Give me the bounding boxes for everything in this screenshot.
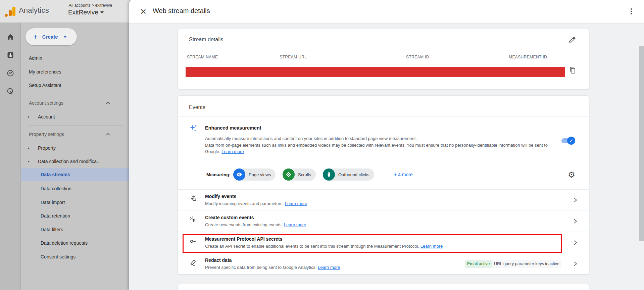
redact-data-icon [189,258,197,267]
divider [178,50,589,50]
sidebar-section-property-settings[interactable]: Property settings [21,129,131,140]
app-header: Analytics All accounts > exitrevive Exit… [0,0,131,23]
analytics-logo-icon [5,6,16,17]
reports-icon[interactable] [6,51,14,59]
enhanced-measurement-title: Enhanced measurement [205,125,261,131]
home-icon[interactable] [6,33,14,41]
sidebar-item-data-collection-modification[interactable]: ▾Data collection and modifica... [21,156,131,167]
row-title-create-custom-events[interactable]: Create custom events [205,215,254,220]
breadcrumb: All accounts > exitrevive [69,3,112,8]
learn-more-link[interactable]: Learn more [221,149,244,154]
card-title: Stream details [189,37,223,43]
column-header-stream-name: STREAM NAME [187,55,218,59]
scrollbar[interactable] [639,46,644,241]
card-title: Events [189,104,205,110]
triangle-right-icon: ▸ [28,111,30,123]
chevron-down-icon [63,36,67,38]
description-line1: Automatically measure interactions and c… [205,135,563,142]
api-secrets-key-icon [189,237,197,245]
row-title-modify-events[interactable]: Modify events [205,194,236,199]
label: Data collection and modifica... [38,159,101,164]
more-options-icon[interactable] [627,7,635,17]
triangle-right-icon: ▸ [28,142,30,154]
chip-scrolls[interactable]: Scrolls [283,168,316,181]
account-switcher[interactable]: ExitRevive [68,9,104,16]
description-line2: Data from on-page elements such as links… [205,142,563,155]
close-icon[interactable]: ✕ [139,7,148,17]
label: Admin [29,55,42,61]
status-badge-url-query-inactive: URL query parameter keys inactive [492,260,561,268]
sidebar-item-property[interactable]: ▸Property [21,142,131,154]
column-header-stream-id: STREAM ID [406,55,429,59]
edit-pencil-icon[interactable] [568,36,576,44]
more-chips-link[interactable]: + 4 more [394,172,413,177]
row-title-measurement-protocol-api-secrets[interactable]: Measurement Protocol API secrets [205,236,283,242]
sidebar-item-consent-settings[interactable]: Consent settings [21,251,131,262]
sidebar-item-data-collection[interactable]: Data collection [21,183,131,194]
enhanced-measurement-description: Automatically measure interactions and c… [205,135,563,155]
nav-rail: ⚙ [0,23,21,290]
enhanced-measurement-toggle[interactable]: ✓ [561,138,574,143]
sidebar-item-account[interactable]: ▸Account [21,111,131,123]
brand-name: Analytics [19,6,49,15]
mouse-icon [323,168,335,181]
learn-more-link[interactable]: Learn more [420,244,443,249]
label: Data streams [41,172,70,177]
divider [205,165,581,165]
learn-more-link[interactable]: Learn more [318,265,340,270]
copy-icon[interactable] [568,66,577,74]
label: Account [38,114,55,119]
row-desc: Prevent specific data from being sent to… [205,265,340,270]
divider [29,270,123,270]
divider [178,210,589,210]
sidebar-item-data-retention[interactable]: Data retention [21,210,131,222]
scroll-diamond-icon [283,168,295,181]
divider [29,126,123,126]
label: Setup Assistant [29,83,61,88]
gear-icon[interactable]: ⚙ [567,171,576,179]
chevron-down-icon [100,11,104,13]
label: Property settings [29,132,64,137]
create-button[interactable]: + Create [26,28,77,45]
chevron-right-icon[interactable] [573,219,578,224]
status-badge-email-active: Email active [465,260,492,268]
learn-more-link[interactable]: Learn more [285,201,307,206]
label: Account settings [29,100,63,106]
measuring-label: Measuring: [206,172,231,177]
enhanced-measurement-sparkle-icon [189,124,198,133]
create-custom-events-icon [189,216,197,224]
sidebar-item-data-import[interactable]: Data import [21,197,131,208]
chevron-right-icon[interactable] [573,240,578,245]
label: Data filters [41,227,63,232]
label: Data collection [41,186,71,191]
sidebar-item-admin[interactable]: Admin [21,52,131,64]
chip-page-views[interactable]: Page views [233,168,276,181]
create-label: Create [42,34,58,40]
chevron-up-icon [106,133,110,136]
desc-text: Create new events from existing events. [205,222,283,227]
google-tag-card-partial: Google tag [178,284,589,290]
sidebar-item-data-deletion-requests[interactable]: Data deletion requests [21,237,131,249]
chevron-right-icon[interactable] [573,261,578,267]
explore-icon[interactable] [6,69,14,77]
row-title-redact-data[interactable]: Redact data [205,257,232,263]
sidebar-section-account-settings[interactable]: Account settings [21,97,131,109]
learn-more-link[interactable]: Learn more [284,222,306,227]
row-desc: Create new events from existing events. … [205,222,306,227]
sidebar-item-setup-assistant[interactable]: Setup Assistant [21,80,131,91]
sidebar-item-my-preferences[interactable]: My preferences [21,66,131,78]
desc-text: Prevent specific data from being sent to… [205,265,316,270]
sidebar-item-data-filters[interactable]: Data filters [21,224,131,235]
sidebar-item-data-streams[interactable]: Data streams [21,168,131,181]
header-divider [64,3,64,19]
divider [178,232,589,232]
row-desc: Modify incoming events and parameters. L… [205,201,307,206]
chevron-up-icon [106,102,110,104]
chip-label: Scrolls [298,172,311,177]
column-header-stream-url: STREAM URL [280,55,307,59]
chevron-right-icon[interactable] [573,197,578,203]
chip-outbound-clicks[interactable]: Outbound clicks [323,168,374,181]
advertising-icon[interactable] [6,87,14,95]
label: Property [38,145,56,151]
divider [29,94,123,94]
